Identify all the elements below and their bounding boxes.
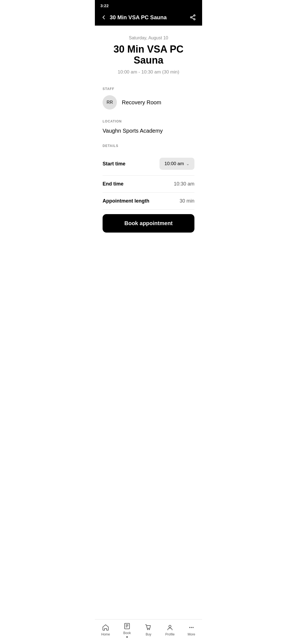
main-content: Saturday, August 10 30 Min VSA PC Sauna … [95, 26, 202, 266]
svg-point-0 [194, 15, 195, 16]
start-time-label: Start time [103, 161, 125, 167]
staff-avatar: RR [103, 95, 117, 110]
staff-name: Recovery Room [122, 99, 161, 106]
start-time-button[interactable]: 10:00 am ⌄ [160, 158, 194, 170]
start-time-row: Start time 10:00 am ⌄ [103, 152, 194, 176]
header-title: 30 Min VSA PC Sauna [110, 14, 167, 21]
svg-line-3 [192, 16, 194, 17]
status-time: 3:22 [100, 3, 109, 8]
staff-row: RR Recovery Room [103, 95, 194, 110]
session-header: Saturday, August 10 30 Min VSA PC Sauna … [103, 26, 194, 77]
book-section: Book appointment [103, 210, 194, 233]
appointment-length-label: Appointment length [103, 198, 149, 204]
svg-point-1 [191, 17, 192, 18]
svg-point-2 [194, 19, 195, 20]
svg-line-4 [192, 18, 194, 19]
status-bar: 3:22 [95, 0, 202, 10]
session-title: 30 Min VSA PC Sauna [103, 44, 194, 66]
book-appointment-button[interactable]: Book appointment [103, 214, 194, 233]
header-left: 30 Min VSA PC Sauna [100, 14, 167, 21]
end-time-row: End time 10:30 am [103, 176, 194, 193]
back-icon[interactable] [100, 14, 107, 21]
appointment-length-row: Appointment length 30 min [103, 193, 194, 210]
app-header: 30 Min VSA PC Sauna [95, 10, 202, 26]
location-name: Vaughn Sports Academy [103, 128, 194, 134]
appointment-length-value: 30 min [180, 198, 194, 204]
location-section-label: LOCATION [103, 119, 194, 123]
share-icon[interactable] [189, 13, 197, 21]
session-date: Saturday, August 10 [103, 36, 194, 40]
start-time-value: 10:00 am [164, 161, 184, 167]
end-time-label: End time [103, 181, 123, 187]
end-time-value: 10:30 am [174, 181, 194, 187]
chevron-down-icon: ⌄ [186, 162, 189, 166]
staff-section-label: STAFF [103, 87, 194, 91]
session-time-range: 10:00 am - 10:30 am (30 min) [103, 69, 194, 75]
details-section-label: DETAILS [103, 144, 194, 148]
